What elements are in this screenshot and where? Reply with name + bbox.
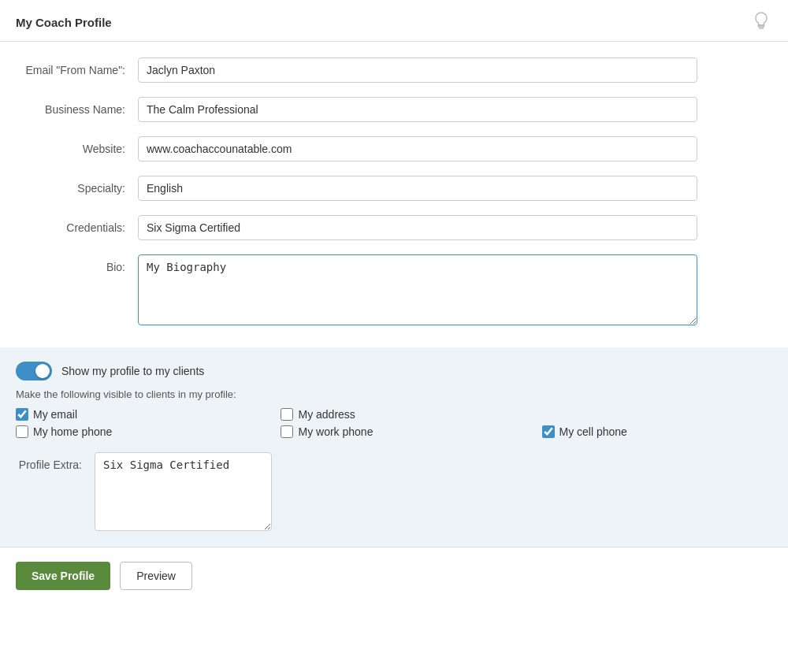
profile-visibility-toggle[interactable] <box>16 362 52 381</box>
home-phone-checkbox[interactable] <box>16 425 28 438</box>
cell-phone-checkbox-item: My cell phone <box>542 425 772 438</box>
email-from-name-row: Email "From Name": <box>16 58 772 83</box>
toggle-row: Show my profile to my clients <box>16 362 772 381</box>
visibility-checkboxes: My email My address My home phone My wor… <box>16 408 772 438</box>
credentials-input[interactable] <box>138 215 697 240</box>
email-checkbox-item: My email <box>16 408 257 421</box>
toggle-thumb <box>35 364 50 378</box>
bio-label: Bio: <box>16 254 138 273</box>
work-phone-checkbox-item: My work phone <box>281 425 518 438</box>
specialty-input[interactable] <box>138 176 697 201</box>
profile-extra-label: Profile Extra: <box>16 452 95 471</box>
visible-instructions: Make the following visible to clients in… <box>16 388 772 400</box>
profile-extra-row: Profile Extra: Six Sigma Certified <box>16 452 772 531</box>
bio-textarea[interactable]: My Biography <box>138 254 697 325</box>
credentials-row: Credentials: <box>16 215 772 240</box>
profile-visibility-section: Show my profile to my clients Make the f… <box>0 347 788 547</box>
email-from-name-input[interactable] <box>138 58 697 83</box>
page-title: My Coach Profile <box>16 16 112 29</box>
home-phone-checkbox-item: My home phone <box>16 425 257 438</box>
website-row: Website: <box>16 136 772 162</box>
website-input[interactable] <box>138 136 697 162</box>
page-header: My Coach Profile <box>0 0 788 42</box>
toggle-label: Show my profile to my clients <box>61 365 204 377</box>
save-profile-button[interactable]: Save Profile <box>16 562 110 590</box>
address-checkbox-item: My address <box>281 408 518 421</box>
form-section: Email "From Name": Business Name: Websit… <box>0 42 788 347</box>
business-name-input[interactable] <box>138 97 697 122</box>
footer-section: Save Profile Preview <box>0 547 788 604</box>
profile-extra-textarea[interactable]: Six Sigma Certified <box>95 452 272 531</box>
work-phone-checkbox-label: My work phone <box>298 425 373 438</box>
address-checkbox-label: My address <box>298 408 355 421</box>
email-from-name-label: Email "From Name": <box>16 58 138 76</box>
address-checkbox[interactable] <box>281 408 293 421</box>
email-checkbox[interactable] <box>16 408 28 421</box>
credentials-label: Credentials: <box>16 215 138 234</box>
lightbulb-icon[interactable] <box>750 11 772 33</box>
toggle-track <box>16 362 52 381</box>
website-label: Website: <box>16 136 138 155</box>
bio-row: Bio: My Biography <box>16 254 772 325</box>
preview-button[interactable]: Preview <box>120 562 192 590</box>
business-name-label: Business Name: <box>16 97 138 116</box>
specialty-label: Specialty: <box>16 176 138 195</box>
email-checkbox-label: My email <box>33 408 77 421</box>
cell-phone-checkbox[interactable] <box>542 425 555 438</box>
specialty-row: Specialty: <box>16 176 772 201</box>
cell-phone-checkbox-label: My cell phone <box>559 425 627 438</box>
home-phone-checkbox-label: My home phone <box>33 425 112 438</box>
business-name-row: Business Name: <box>16 97 772 122</box>
work-phone-checkbox[interactable] <box>281 425 293 438</box>
